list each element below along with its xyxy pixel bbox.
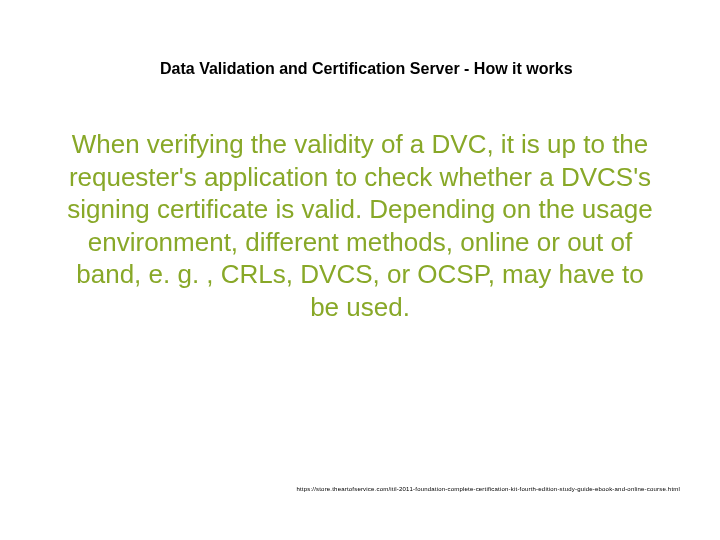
slide-title: Data Validation and Certification Server… (40, 60, 680, 78)
slide-container: Data Validation and Certification Server… (0, 0, 720, 540)
footer-source-url: https://store.theartofservice.com/itil-2… (40, 486, 680, 492)
slide-body-text: When verifying the validity of a DVC, it… (40, 128, 680, 323)
